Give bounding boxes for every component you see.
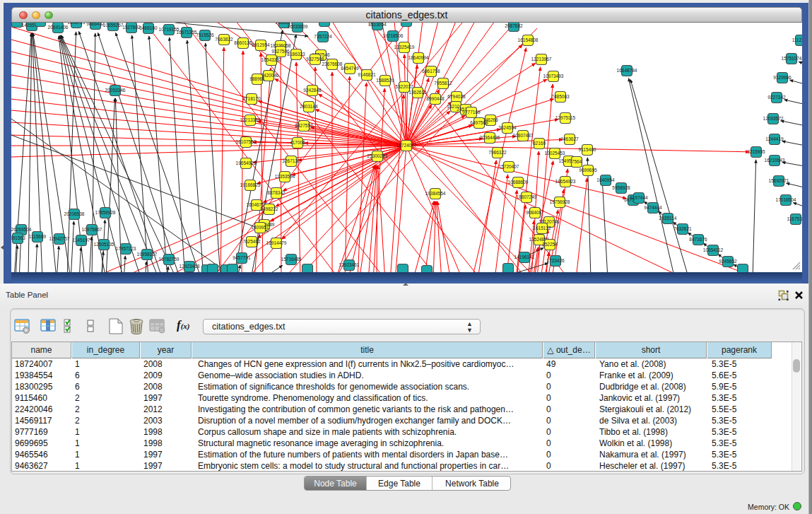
svg-text:62160: 62160 [533, 141, 546, 146]
svg-text:15720407: 15720407 [499, 164, 519, 169]
svg-text:5322037: 5322037 [395, 84, 413, 89]
svg-text:10655267: 10655267 [103, 23, 124, 28]
svg-text:1615132: 1615132 [533, 226, 551, 230]
svg-text:17859928: 17859928 [95, 210, 116, 215]
svg-text:12213967: 12213967 [531, 57, 552, 62]
svg-text:20691406: 20691406 [48, 25, 69, 30]
svg-text:2718170: 2718170 [242, 96, 261, 101]
svg-text:1244419: 1244419 [765, 136, 784, 141]
svg-text:8990448: 8990448 [426, 96, 445, 101]
svg-text:1527602: 1527602 [122, 25, 141, 30]
svg-text:1588520: 1588520 [376, 78, 394, 83]
svg-text:8912954: 8912954 [252, 42, 270, 47]
svg-text:252254: 252254 [542, 242, 558, 247]
svg-text:9129966: 9129966 [773, 75, 792, 80]
svg-text:15692971: 15692971 [769, 178, 789, 183]
svg-text:1112354: 1112354 [792, 37, 802, 42]
svg-text:7663822: 7663822 [215, 37, 233, 42]
svg-text:12923468: 12923468 [180, 264, 200, 269]
svg-text:1115689: 1115689 [29, 234, 47, 239]
svg-text:13325419: 13325419 [394, 45, 415, 49]
svg-text:988961: 988961 [249, 76, 265, 81]
svg-text:3624554: 3624554 [498, 125, 517, 130]
svg-text:16107552: 16107552 [236, 139, 257, 144]
svg-text:1896721: 1896721 [67, 23, 86, 25]
svg-text:9227342: 9227342 [767, 95, 786, 100]
svg-text:1409951: 1409951 [251, 225, 269, 230]
svg-text:17016504: 17016504 [776, 197, 796, 202]
svg-text:10025453: 10025453 [545, 151, 565, 156]
svg-text:8186323: 8186323 [287, 52, 305, 57]
svg-text:14196141: 14196141 [514, 255, 535, 259]
svg-text:26269504: 26269504 [11, 227, 32, 232]
svg-text:2803144: 2803144 [300, 104, 318, 109]
svg-text:16543382: 16543382 [261, 57, 282, 62]
svg-text:2087682: 2087682 [505, 23, 523, 28]
svg-text:25300293: 25300293 [367, 153, 388, 158]
svg-text:3267130: 3267130 [282, 158, 300, 163]
svg-text:12923461: 12923461 [339, 262, 360, 267]
svg-text:7625402: 7625402 [242, 239, 261, 244]
svg-text:12093572: 12093572 [763, 116, 784, 121]
svg-text:20206538: 20206538 [64, 211, 85, 216]
svg-text:9245652: 9245652 [719, 259, 737, 264]
svg-text:12505135: 12505135 [94, 242, 114, 247]
svg-text:19756928: 19756928 [550, 199, 570, 204]
svg-text:7955812: 7955812 [434, 81, 452, 86]
svg-text:1145197: 1145197 [73, 238, 90, 243]
svg-text:10973493: 10973493 [543, 74, 564, 78]
svg-text:3215955: 3215955 [747, 149, 765, 154]
svg-text:18807249: 18807249 [517, 194, 537, 199]
svg-text:20053346: 20053346 [105, 88, 126, 93]
svg-text:7357224: 7357224 [314, 34, 332, 39]
svg-text:9457791: 9457791 [233, 255, 251, 260]
svg-text:11353594: 11353594 [275, 174, 295, 179]
svg-text:9197444: 9197444 [630, 195, 648, 200]
svg-text:6466160: 6466160 [139, 25, 158, 30]
svg-text:19384554: 19384554 [425, 191, 446, 196]
svg-text:15751074: 15751074 [782, 56, 802, 61]
svg-text:7564: 7564 [572, 159, 582, 164]
svg-text:10975867: 10975867 [82, 227, 102, 232]
svg-text:20364436: 20364436 [480, 135, 500, 140]
svg-text:15716485: 15716485 [281, 257, 302, 262]
svg-text:8471676: 8471676 [689, 237, 707, 242]
svg-text:8660125: 8660125 [234, 40, 252, 45]
svg-text:16648784: 16648784 [617, 68, 637, 73]
svg-text:16914479: 16914479 [266, 240, 287, 245]
svg-text:2935114: 2935114 [659, 216, 677, 221]
svg-text:9699695: 9699695 [579, 168, 597, 173]
svg-text:417006: 417006 [290, 140, 305, 145]
svg-text:18724007: 18724007 [396, 143, 417, 148]
svg-text:12975115: 12975115 [555, 115, 576, 120]
svg-text:1167533: 1167533 [787, 216, 802, 221]
svg-text:1733426: 1733426 [546, 258, 565, 263]
svg-text:9242848: 9242848 [303, 88, 322, 93]
svg-text:12213389: 12213389 [240, 117, 261, 122]
svg-text:10654112: 10654112 [703, 247, 724, 252]
svg-text:16210643: 16210643 [765, 158, 785, 163]
svg-text:6497568: 6497568 [470, 120, 488, 125]
svg-text:6794028: 6794028 [447, 94, 466, 99]
svg-text:5498222: 5498222 [260, 206, 278, 211]
svg-text:1640954: 1640954 [596, 177, 615, 182]
svg-text:6961758: 6961758 [422, 69, 440, 74]
svg-text:18640994: 18640994 [408, 55, 429, 60]
svg-text:8878342: 8878342 [267, 190, 286, 195]
svg-text:10807487: 10807487 [513, 133, 534, 138]
svg-text:16671355: 16671355 [177, 30, 197, 35]
svg-text:16033809: 16033809 [288, 24, 308, 29]
svg-text:23676608: 23676608 [322, 62, 343, 66]
svg-text:5958928: 5958928 [612, 185, 630, 190]
svg-text:12942757: 12942757 [49, 236, 70, 241]
svg-text:8813054: 8813054 [368, 23, 387, 27]
svg-text:9463627: 9463627 [560, 136, 579, 141]
svg-text:9474444: 9474444 [644, 205, 662, 210]
svg-text:19654925: 19654925 [236, 160, 257, 165]
svg-text:9866432: 9866432 [86, 23, 105, 26]
svg-text:7632621: 7632621 [673, 226, 692, 231]
svg-text:8427552: 8427552 [295, 123, 313, 128]
svg-text:16154808: 16154808 [518, 37, 539, 42]
svg-text:9084067: 9084067 [526, 210, 544, 215]
svg-text:9115460: 9115460 [579, 147, 596, 152]
